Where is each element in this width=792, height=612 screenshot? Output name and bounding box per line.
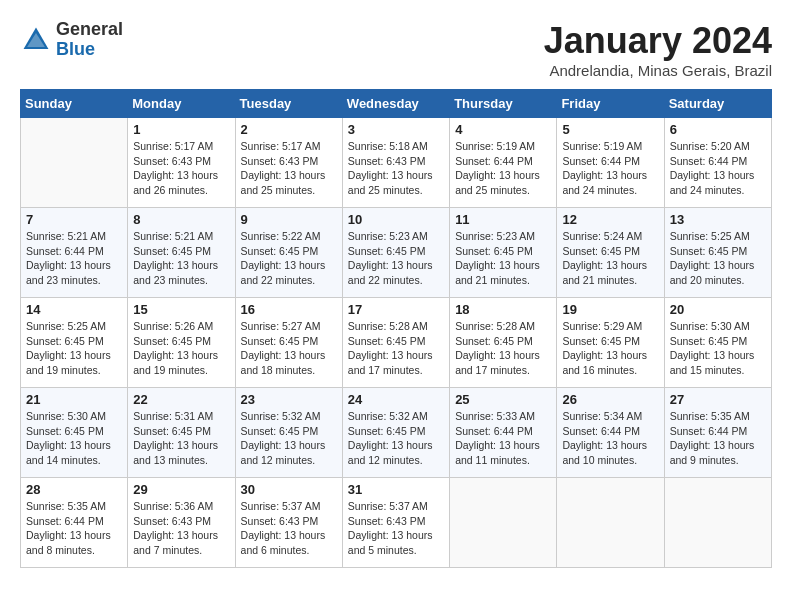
calendar-cell: 11Sunrise: 5:23 AM Sunset: 6:45 PM Dayli… [450, 208, 557, 298]
day-headers-row: SundayMondayTuesdayWednesdayThursdayFrid… [21, 90, 772, 118]
calendar-cell: 29Sunrise: 5:36 AM Sunset: 6:43 PM Dayli… [128, 478, 235, 568]
logo-text: General Blue [56, 20, 123, 60]
day-number: 15 [133, 302, 229, 317]
day-number: 3 [348, 122, 444, 137]
calendar-cell: 6Sunrise: 5:20 AM Sunset: 6:44 PM Daylig… [664, 118, 771, 208]
calendar-cell: 4Sunrise: 5:19 AM Sunset: 6:44 PM Daylig… [450, 118, 557, 208]
calendar-cell [557, 478, 664, 568]
day-info: Sunrise: 5:34 AM Sunset: 6:44 PM Dayligh… [562, 409, 658, 468]
calendar-cell: 28Sunrise: 5:35 AM Sunset: 6:44 PM Dayli… [21, 478, 128, 568]
day-header-friday: Friday [557, 90, 664, 118]
day-info: Sunrise: 5:33 AM Sunset: 6:44 PM Dayligh… [455, 409, 551, 468]
calendar-cell [450, 478, 557, 568]
calendar-cell: 20Sunrise: 5:30 AM Sunset: 6:45 PM Dayli… [664, 298, 771, 388]
week-row-1: 1Sunrise: 5:17 AM Sunset: 6:43 PM Daylig… [21, 118, 772, 208]
day-header-thursday: Thursday [450, 90, 557, 118]
day-info: Sunrise: 5:24 AM Sunset: 6:45 PM Dayligh… [562, 229, 658, 288]
calendar-cell: 18Sunrise: 5:28 AM Sunset: 6:45 PM Dayli… [450, 298, 557, 388]
calendar-table: SundayMondayTuesdayWednesdayThursdayFrid… [20, 89, 772, 568]
week-row-3: 14Sunrise: 5:25 AM Sunset: 6:45 PM Dayli… [21, 298, 772, 388]
day-number: 23 [241, 392, 337, 407]
day-number: 9 [241, 212, 337, 227]
day-number: 21 [26, 392, 122, 407]
week-row-4: 21Sunrise: 5:30 AM Sunset: 6:45 PM Dayli… [21, 388, 772, 478]
title-block: January 2024 Andrelandia, Minas Gerais, … [544, 20, 772, 79]
day-info: Sunrise: 5:29 AM Sunset: 6:45 PM Dayligh… [562, 319, 658, 378]
day-number: 25 [455, 392, 551, 407]
page-header: General Blue January 2024 Andrelandia, M… [20, 20, 772, 79]
day-info: Sunrise: 5:37 AM Sunset: 6:43 PM Dayligh… [348, 499, 444, 558]
day-info: Sunrise: 5:27 AM Sunset: 6:45 PM Dayligh… [241, 319, 337, 378]
day-info: Sunrise: 5:36 AM Sunset: 6:43 PM Dayligh… [133, 499, 229, 558]
calendar-cell: 5Sunrise: 5:19 AM Sunset: 6:44 PM Daylig… [557, 118, 664, 208]
month-title: January 2024 [544, 20, 772, 62]
day-header-wednesday: Wednesday [342, 90, 449, 118]
day-number: 4 [455, 122, 551, 137]
day-number: 20 [670, 302, 766, 317]
day-header-tuesday: Tuesday [235, 90, 342, 118]
day-number: 2 [241, 122, 337, 137]
calendar-cell: 19Sunrise: 5:29 AM Sunset: 6:45 PM Dayli… [557, 298, 664, 388]
calendar-header: SundayMondayTuesdayWednesdayThursdayFrid… [21, 90, 772, 118]
day-number: 7 [26, 212, 122, 227]
day-number: 17 [348, 302, 444, 317]
calendar-cell: 10Sunrise: 5:23 AM Sunset: 6:45 PM Dayli… [342, 208, 449, 298]
logo-blue: Blue [56, 40, 123, 60]
logo: General Blue [20, 20, 123, 60]
calendar-cell: 31Sunrise: 5:37 AM Sunset: 6:43 PM Dayli… [342, 478, 449, 568]
calendar-cell: 2Sunrise: 5:17 AM Sunset: 6:43 PM Daylig… [235, 118, 342, 208]
calendar-cell: 7Sunrise: 5:21 AM Sunset: 6:44 PM Daylig… [21, 208, 128, 298]
day-number: 10 [348, 212, 444, 227]
day-number: 26 [562, 392, 658, 407]
calendar-cell: 26Sunrise: 5:34 AM Sunset: 6:44 PM Dayli… [557, 388, 664, 478]
day-info: Sunrise: 5:17 AM Sunset: 6:43 PM Dayligh… [133, 139, 229, 198]
calendar-cell: 12Sunrise: 5:24 AM Sunset: 6:45 PM Dayli… [557, 208, 664, 298]
day-info: Sunrise: 5:35 AM Sunset: 6:44 PM Dayligh… [670, 409, 766, 468]
day-number: 8 [133, 212, 229, 227]
calendar-cell: 8Sunrise: 5:21 AM Sunset: 6:45 PM Daylig… [128, 208, 235, 298]
calendar-cell: 24Sunrise: 5:32 AM Sunset: 6:45 PM Dayli… [342, 388, 449, 478]
day-info: Sunrise: 5:30 AM Sunset: 6:45 PM Dayligh… [26, 409, 122, 468]
calendar-cell: 3Sunrise: 5:18 AM Sunset: 6:43 PM Daylig… [342, 118, 449, 208]
day-number: 31 [348, 482, 444, 497]
day-info: Sunrise: 5:30 AM Sunset: 6:45 PM Dayligh… [670, 319, 766, 378]
calendar-cell: 13Sunrise: 5:25 AM Sunset: 6:45 PM Dayli… [664, 208, 771, 298]
day-number: 14 [26, 302, 122, 317]
day-number: 1 [133, 122, 229, 137]
day-info: Sunrise: 5:25 AM Sunset: 6:45 PM Dayligh… [26, 319, 122, 378]
day-header-saturday: Saturday [664, 90, 771, 118]
day-info: Sunrise: 5:32 AM Sunset: 6:45 PM Dayligh… [348, 409, 444, 468]
day-info: Sunrise: 5:28 AM Sunset: 6:45 PM Dayligh… [455, 319, 551, 378]
day-number: 22 [133, 392, 229, 407]
day-number: 16 [241, 302, 337, 317]
calendar-cell: 21Sunrise: 5:30 AM Sunset: 6:45 PM Dayli… [21, 388, 128, 478]
calendar-cell: 16Sunrise: 5:27 AM Sunset: 6:45 PM Dayli… [235, 298, 342, 388]
day-number: 18 [455, 302, 551, 317]
day-info: Sunrise: 5:20 AM Sunset: 6:44 PM Dayligh… [670, 139, 766, 198]
day-info: Sunrise: 5:17 AM Sunset: 6:43 PM Dayligh… [241, 139, 337, 198]
calendar-cell [664, 478, 771, 568]
day-info: Sunrise: 5:31 AM Sunset: 6:45 PM Dayligh… [133, 409, 229, 468]
day-info: Sunrise: 5:19 AM Sunset: 6:44 PM Dayligh… [455, 139, 551, 198]
day-header-monday: Monday [128, 90, 235, 118]
calendar-cell: 27Sunrise: 5:35 AM Sunset: 6:44 PM Dayli… [664, 388, 771, 478]
day-number: 19 [562, 302, 658, 317]
day-number: 24 [348, 392, 444, 407]
calendar-cell: 23Sunrise: 5:32 AM Sunset: 6:45 PM Dayli… [235, 388, 342, 478]
day-info: Sunrise: 5:19 AM Sunset: 6:44 PM Dayligh… [562, 139, 658, 198]
calendar-cell: 30Sunrise: 5:37 AM Sunset: 6:43 PM Dayli… [235, 478, 342, 568]
day-info: Sunrise: 5:21 AM Sunset: 6:45 PM Dayligh… [133, 229, 229, 288]
day-info: Sunrise: 5:22 AM Sunset: 6:45 PM Dayligh… [241, 229, 337, 288]
calendar-cell: 1Sunrise: 5:17 AM Sunset: 6:43 PM Daylig… [128, 118, 235, 208]
calendar-cell: 17Sunrise: 5:28 AM Sunset: 6:45 PM Dayli… [342, 298, 449, 388]
day-number: 12 [562, 212, 658, 227]
calendar-cell: 15Sunrise: 5:26 AM Sunset: 6:45 PM Dayli… [128, 298, 235, 388]
day-number: 28 [26, 482, 122, 497]
day-info: Sunrise: 5:35 AM Sunset: 6:44 PM Dayligh… [26, 499, 122, 558]
day-info: Sunrise: 5:21 AM Sunset: 6:44 PM Dayligh… [26, 229, 122, 288]
calendar-cell: 25Sunrise: 5:33 AM Sunset: 6:44 PM Dayli… [450, 388, 557, 478]
day-info: Sunrise: 5:32 AM Sunset: 6:45 PM Dayligh… [241, 409, 337, 468]
day-number: 11 [455, 212, 551, 227]
calendar-cell [21, 118, 128, 208]
location-subtitle: Andrelandia, Minas Gerais, Brazil [544, 62, 772, 79]
